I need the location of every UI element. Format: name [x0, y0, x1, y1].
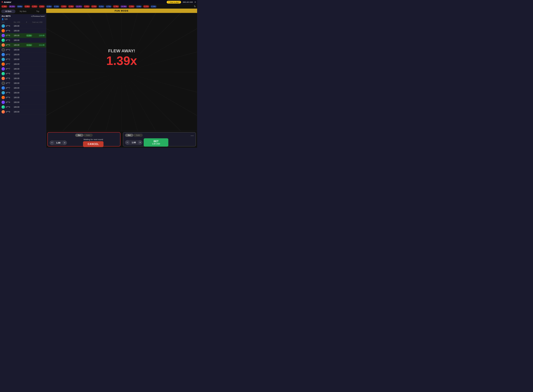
sunburst-ray [46, 72, 122, 131]
col-bet: Bet, USD [14, 21, 26, 23]
avatar [1, 39, 5, 42]
user-cell: d***7 [1, 82, 14, 85]
user-cell: d***6 [1, 34, 14, 37]
multiplier-cell: 1.11x [26, 44, 32, 46]
avatar [1, 86, 5, 90]
minus-icon: − [51, 141, 53, 144]
multiplier-badge: 1.40x [68, 5, 74, 8]
panel2-increase-button[interactable]: + [138, 140, 142, 145]
bet-amount-cell: 100.00 [14, 39, 26, 41]
tab-top[interactable]: Top [31, 9, 45, 13]
user-cell: d***7 [1, 62, 14, 66]
multiplier-badge: 1.33x [91, 5, 97, 8]
table-row: d***2100.00 [0, 52, 46, 57]
bet-amount-cell: 100.00 [14, 97, 26, 99]
sunburst-ray [46, 72, 122, 131]
bet-button[interactable]: BET 1.00 USD [144, 138, 168, 147]
user-count: 👤 526 [0, 18, 46, 21]
bet-amount-cell: 100.00 [14, 77, 26, 79]
username: d***7 [6, 87, 10, 89]
table-row: d***7100.00 [0, 81, 46, 86]
panel2-tab-bet[interactable]: Bet [125, 134, 133, 137]
username: d***8 [6, 111, 10, 113]
cashout-cell: 110.00 [32, 34, 44, 37]
game-area: FUN MODE FLEW AWAY! 1.39x Bet Auto [46, 9, 197, 148]
table-row: d***6100.00 [0, 71, 46, 76]
logo-text: Aviator [4, 1, 11, 3]
user-count-value: 526 [5, 18, 8, 20]
bet-btn-label: BET [147, 140, 165, 143]
username: d***4 [6, 30, 10, 32]
username: d***4 [6, 92, 10, 94]
user-cell: d***4 [1, 91, 14, 94]
cashout-cell: 111.00 [32, 44, 44, 46]
panel2-tab-auto[interactable]: Auto [133, 134, 143, 137]
panel2-amount-stepper: − 1.00 + [125, 140, 143, 145]
user-icon: 👤 [1, 18, 4, 20]
previous-hand-button[interactable]: ◁ Previous hand [31, 15, 44, 17]
sunburst-ray [46, 72, 122, 131]
prev-hand-icon: ◁ [31, 15, 32, 17]
bet-panel-1: Bet Auto − 1.00 + Waiting for next [48, 132, 120, 146]
sunburst-ray [46, 72, 122, 72]
panel2-decrease-button[interactable]: − [125, 140, 129, 145]
avatar [1, 34, 5, 37]
panel1-bet-amount: 1.00 [54, 141, 62, 144]
avatar [1, 58, 5, 61]
how-to-play-button[interactable]: ? How to play? [167, 1, 181, 4]
all-bets-header: ALL BETS ◁ Previous hand [0, 14, 46, 18]
bets-table-header: User Bet, USD X Cash out, USD [0, 21, 46, 24]
username: d***7 [6, 63, 10, 65]
sunburst [46, 13, 197, 131]
username: d***2 [6, 58, 10, 61]
multiplier-badge: 2.93x [46, 5, 52, 8]
multiplier-badge: 1.31x [31, 5, 38, 8]
sunburst-ray [122, 72, 197, 131]
user-cell: d***8 [1, 110, 14, 113]
bet-amount-cell: 100.00 [14, 25, 26, 27]
multiplier-badge: 1.20x [61, 5, 67, 8]
user-cell: d***0 [1, 43, 14, 47]
plus-icon: + [64, 141, 66, 144]
all-bets-label: ALL BETS [1, 15, 10, 17]
tab-all-bets[interactable]: All Bets [1, 9, 15, 13]
multiplier-badge: 2.14x [150, 5, 157, 8]
flew-away-multiplier: 1.39x [106, 55, 137, 67]
avatar [1, 101, 5, 104]
avatar [1, 96, 5, 99]
user-cell: d***2 [1, 53, 14, 56]
panel1-tab-bet[interactable]: Bet [75, 134, 83, 137]
tab-my-bets[interactable]: My Bets [16, 9, 30, 13]
table-row: d***4100.00 [0, 28, 46, 33]
menu-icon[interactable]: ≡ [195, 1, 196, 4]
avatar [1, 110, 5, 113]
multiplier-badge: 2.72x [106, 5, 112, 8]
user-cell: d***4 [1, 24, 14, 28]
bet-amount-cell: 100.00 [14, 44, 26, 46]
table-row: d***2100.00 [0, 47, 46, 52]
refresh-icon[interactable]: ↻ [194, 5, 196, 8]
multiplier-badge: 5.21x [98, 5, 105, 8]
cancel-button[interactable]: CANCEL [83, 141, 104, 147]
panel2-bet-amount: 1.00 [129, 141, 138, 144]
panel1-increase-button[interactable]: + [62, 141, 67, 145]
table-row: d***8100.00 [0, 110, 46, 114]
panel2-controls-row: − 1.00 + BET 1.00 USD [125, 138, 194, 147]
multiplier-strip: 1.39x30.25x8.60x1.80x1.31x1.62x2.93x2.12… [0, 4, 197, 9]
bet-panel-2: Bet Auto — − 1.00 + [123, 132, 196, 146]
multiplier-badge: 14.98x [120, 5, 127, 8]
bottom-controls: Bet Auto − 1.00 + Waiting for next [46, 131, 197, 148]
user-cell: d***4 [1, 101, 14, 104]
avatar [1, 105, 5, 109]
panel1-decrease-button[interactable]: − [50, 141, 54, 145]
multiplier-badge: 3.08x [136, 5, 142, 8]
avatar [1, 29, 5, 33]
table-row: d***7100.00 [0, 86, 46, 90]
avatar [1, 24, 5, 28]
panel1-controls-row: − 1.00 + Waiting for next round CANCEL [50, 138, 118, 147]
username: d***7 [6, 82, 10, 84]
panel1-tab-auto[interactable]: Auto [83, 134, 93, 137]
minimize-panel2-button[interactable]: — [191, 134, 194, 137]
sunburst-ray [122, 72, 197, 131]
multiplier-cell: 1.10x [26, 34, 32, 37]
